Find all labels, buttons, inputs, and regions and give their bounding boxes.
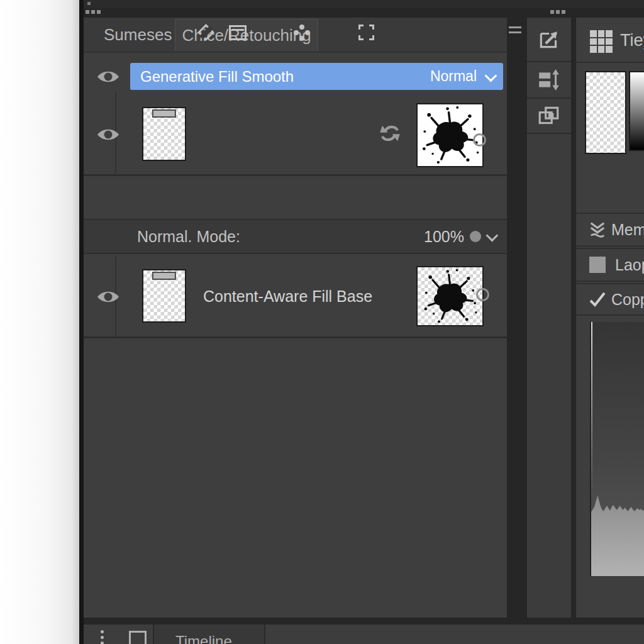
right-panel-row-mem[interactable]: Mem [576, 213, 644, 247]
opacity-value: 100% [424, 228, 464, 246]
panel-menu-icon[interactable] [509, 26, 521, 35]
tool-strip [527, 18, 571, 618]
transparency-swatch[interactable] [585, 71, 626, 154]
panel-edge-divider [79, 0, 84, 644]
mask-badge-icon [473, 133, 486, 147]
swatch-icon [589, 257, 606, 273]
right-panel-row-label: Copp [611, 291, 644, 309]
tab-sumeses[interactable]: Sumeses [104, 18, 172, 52]
divider [84, 174, 507, 176]
gradient-swatch[interactable] [629, 71, 644, 151]
right-panel-row-copp[interactable]: Copp [576, 283, 644, 316]
layers-panel: Sumeses Chice/Retouching Generative Fill… [84, 18, 507, 618]
eye-icon[interactable] [96, 68, 120, 86]
splat-mask [418, 104, 482, 166]
reorder-layers-icon [537, 69, 561, 91]
right-panel-row-label: Laop [615, 256, 644, 274]
panel-grip-dots[interactable] [86, 10, 101, 14]
selected-layer-row[interactable]: Generative Fill Smooth Normal [130, 63, 503, 90]
panel-grip-dots[interactable] [550, 10, 565, 14]
mask-badge-icon [476, 288, 489, 301]
export-layer-button[interactable] [527, 18, 571, 62]
sync-icon[interactable] [377, 123, 402, 144]
check-icon [589, 291, 606, 308]
workspace-top-bar [84, 0, 644, 8]
mask-thumbnail[interactable] [416, 103, 484, 167]
top-bar-dot [87, 2, 91, 5]
export-layer-icon [537, 28, 561, 52]
thumbnail-tab [152, 272, 176, 280]
divider [264, 625, 265, 644]
layer-thumbnail[interactable] [142, 107, 186, 161]
grid-icon[interactable] [590, 30, 613, 53]
splat-mask [418, 267, 482, 325]
eye-icon[interactable] [96, 288, 120, 306]
duplicate-button[interactable] [527, 99, 571, 134]
merge-down-icon [589, 221, 606, 238]
chevron-down-icon [485, 69, 497, 82]
timeline-bar: Timeline [84, 625, 644, 644]
dots-icon[interactable] [294, 25, 310, 41]
eye-icon[interactable] [96, 126, 120, 143]
document-canvas [0, 0, 79, 644]
right-panel-row-laop[interactable]: Laop [576, 248, 644, 282]
histogram-highlight [591, 322, 592, 500]
selected-layer-name[interactable]: Generative Fill Smooth [140, 68, 430, 86]
reorder-layers-button[interactable] [527, 62, 571, 99]
blend-mode-dropdown[interactable]: Normal [430, 68, 494, 85]
mask-thumbnail[interactable] [416, 266, 484, 326]
mode-label: Normal. Mode: [137, 228, 424, 246]
divider [84, 336, 507, 338]
right-panel: Tiey Mem Laop Copp [576, 18, 644, 618]
opacity-dropdown[interactable]: 100% [424, 228, 496, 246]
timeline-tab-label: Timeline [175, 633, 232, 644]
corners-icon[interactable] [358, 25, 374, 40]
tab-timeline[interactable]: Timeline [154, 625, 264, 644]
chevron-down-icon [486, 230, 499, 242]
histogram-shape [591, 482, 644, 576]
window-icon[interactable] [229, 25, 247, 40]
opacity-knob[interactable] [470, 231, 481, 242]
frame-icon[interactable] [129, 631, 147, 644]
duplicate-icon [537, 104, 561, 127]
thumbnail-tab [152, 109, 176, 118]
photoshop-workspace: Sumeses Chice/Retouching Generative Fill… [0, 0, 644, 644]
right-panel-row-label: Mem [611, 221, 644, 239]
mode-opacity-row: Normal. Mode: 100% [84, 219, 507, 254]
histogram-panel [590, 322, 644, 576]
kebab-icon[interactable] [101, 630, 104, 644]
right-panel-title: Tiey [620, 18, 644, 63]
blend-mode-value: Normal [430, 68, 477, 85]
layer-thumbnail[interactable] [142, 269, 186, 323]
right-panel-header: Tiey [576, 18, 644, 63]
layer-name[interactable]: Content-Aware Fill Base [203, 287, 372, 306]
